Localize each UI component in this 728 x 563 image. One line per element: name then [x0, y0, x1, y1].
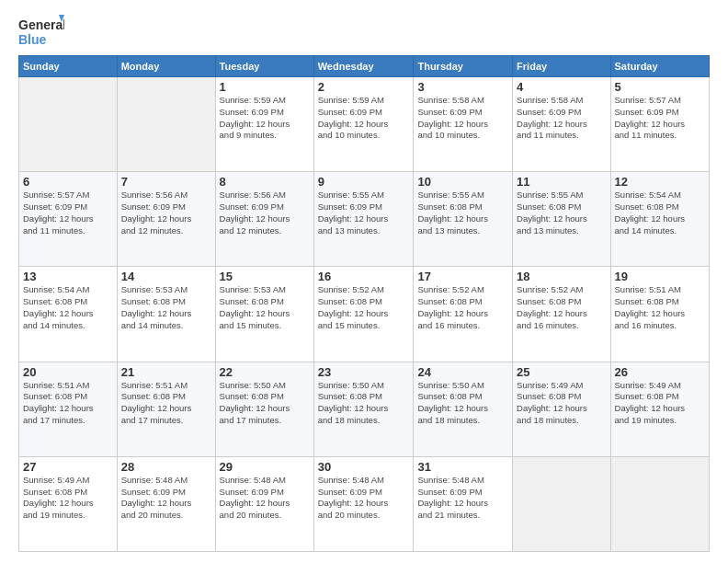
day-info: Sunrise: 5:49 AMSunset: 6:08 PMDaylight:… [517, 380, 606, 427]
day-info: Sunrise: 5:49 AMSunset: 6:08 PMDaylight:… [615, 380, 705, 427]
day-number: 14 [121, 270, 211, 283]
calendar-cell: 19Sunrise: 5:51 AMSunset: 6:08 PMDayligh… [610, 267, 709, 362]
day-info: Sunrise: 5:48 AMSunset: 6:09 PMDaylight:… [417, 475, 508, 522]
day-info: Sunrise: 5:55 AMSunset: 6:08 PMDaylight:… [517, 190, 606, 236]
calendar-cell: 25Sunrise: 5:49 AMSunset: 6:08 PMDayligh… [513, 362, 610, 456]
calendar-cell: 22Sunrise: 5:50 AMSunset: 6:08 PMDayligh… [215, 362, 313, 456]
day-info: Sunrise: 5:56 AMSunset: 6:09 PMDaylight:… [220, 190, 310, 236]
day-info: Sunrise: 5:51 AMSunset: 6:08 PMDaylight:… [615, 284, 705, 331]
svg-text:Blue: Blue [18, 32, 47, 47]
day-info: Sunrise: 5:57 AMSunset: 6:09 PMDaylight:… [23, 190, 113, 236]
calendar-cell [610, 456, 709, 551]
weekday-header-wednesday: Wednesday [313, 56, 414, 77]
day-info: Sunrise: 5:54 AMSunset: 6:08 PMDaylight:… [615, 190, 705, 236]
day-number: 3 [417, 80, 508, 94]
day-info: Sunrise: 5:51 AMSunset: 6:08 PMDaylight:… [121, 380, 211, 427]
day-number: 11 [517, 175, 606, 189]
weekday-header-row: SundayMondayTuesdayWednesdayThursdayFrid… [19, 56, 710, 77]
day-number: 21 [121, 365, 211, 379]
logo-svg: General Blue [18, 15, 64, 48]
calendar-cell: 12Sunrise: 5:54 AMSunset: 6:08 PMDayligh… [610, 172, 709, 267]
calendar-cell: 24Sunrise: 5:50 AMSunset: 6:08 PMDayligh… [414, 362, 513, 456]
day-info: Sunrise: 5:53 AMSunset: 6:08 PMDaylight:… [220, 284, 310, 331]
day-number: 30 [318, 460, 410, 474]
calendar-cell: 6Sunrise: 5:57 AMSunset: 6:09 PMDaylight… [19, 172, 118, 267]
day-number: 6 [23, 175, 113, 189]
calendar-week-5: 27Sunrise: 5:49 AMSunset: 6:08 PMDayligh… [19, 456, 710, 551]
day-number: 4 [517, 80, 606, 94]
calendar-cell: 10Sunrise: 5:55 AMSunset: 6:08 PMDayligh… [414, 172, 513, 267]
day-number: 9 [318, 175, 410, 189]
day-number: 5 [615, 80, 705, 94]
calendar-cell: 27Sunrise: 5:49 AMSunset: 6:08 PMDayligh… [19, 456, 118, 551]
calendar-cell: 16Sunrise: 5:52 AMSunset: 6:08 PMDayligh… [313, 267, 414, 362]
calendar-cell: 11Sunrise: 5:55 AMSunset: 6:08 PMDayligh… [513, 172, 610, 267]
day-info: Sunrise: 5:51 AMSunset: 6:08 PMDaylight:… [23, 380, 113, 427]
calendar-cell: 15Sunrise: 5:53 AMSunset: 6:08 PMDayligh… [215, 267, 313, 362]
calendar-cell: 21Sunrise: 5:51 AMSunset: 6:08 PMDayligh… [117, 362, 215, 456]
day-number: 8 [220, 175, 310, 189]
calendar-cell: 2Sunrise: 5:59 AMSunset: 6:09 PMDaylight… [313, 77, 414, 172]
day-info: Sunrise: 5:50 AMSunset: 6:08 PMDaylight:… [417, 380, 508, 427]
day-info: Sunrise: 5:55 AMSunset: 6:08 PMDaylight:… [417, 190, 508, 236]
day-info: Sunrise: 5:59 AMSunset: 6:09 PMDaylight:… [318, 95, 410, 142]
logo: General Blue [18, 15, 64, 48]
day-info: Sunrise: 5:49 AMSunset: 6:08 PMDaylight:… [23, 475, 113, 522]
day-number: 7 [121, 175, 211, 189]
calendar-cell: 18Sunrise: 5:52 AMSunset: 6:08 PMDayligh… [513, 267, 610, 362]
calendar-cell: 4Sunrise: 5:58 AMSunset: 6:09 PMDaylight… [513, 77, 610, 172]
day-info: Sunrise: 5:48 AMSunset: 6:09 PMDaylight:… [220, 475, 310, 522]
calendar-week-1: 1Sunrise: 5:59 AMSunset: 6:09 PMDaylight… [19, 77, 710, 172]
calendar-cell [117, 77, 215, 172]
calendar-cell: 20Sunrise: 5:51 AMSunset: 6:08 PMDayligh… [19, 362, 118, 456]
calendar-cell: 1Sunrise: 5:59 AMSunset: 6:09 PMDaylight… [215, 77, 313, 172]
weekday-header-monday: Monday [117, 56, 215, 77]
day-info: Sunrise: 5:53 AMSunset: 6:08 PMDaylight:… [121, 284, 211, 331]
calendar-cell: 17Sunrise: 5:52 AMSunset: 6:08 PMDayligh… [414, 267, 513, 362]
calendar-cell: 31Sunrise: 5:48 AMSunset: 6:09 PMDayligh… [414, 456, 513, 551]
day-number: 22 [220, 365, 310, 379]
day-number: 24 [417, 365, 508, 379]
day-info: Sunrise: 5:52 AMSunset: 6:08 PMDaylight:… [517, 284, 606, 331]
day-number: 31 [417, 460, 508, 474]
day-number: 25 [517, 365, 606, 379]
day-info: Sunrise: 5:55 AMSunset: 6:09 PMDaylight:… [318, 190, 410, 236]
header: General Blue [18, 15, 710, 48]
weekday-header-thursday: Thursday [414, 56, 513, 77]
day-number: 12 [615, 175, 705, 189]
day-info: Sunrise: 5:58 AMSunset: 6:09 PMDaylight:… [417, 95, 508, 142]
day-number: 23 [318, 365, 410, 379]
svg-text:General: General [18, 17, 64, 32]
calendar-cell [513, 456, 610, 551]
calendar-cell: 13Sunrise: 5:54 AMSunset: 6:08 PMDayligh… [19, 267, 118, 362]
calendar-cell: 8Sunrise: 5:56 AMSunset: 6:09 PMDaylight… [215, 172, 313, 267]
calendar-table: SundayMondayTuesdayWednesdayThursdayFrid… [18, 55, 710, 552]
calendar-cell: 9Sunrise: 5:55 AMSunset: 6:09 PMDaylight… [313, 172, 414, 267]
calendar-cell: 29Sunrise: 5:48 AMSunset: 6:09 PMDayligh… [215, 456, 313, 551]
calendar-week-2: 6Sunrise: 5:57 AMSunset: 6:09 PMDaylight… [19, 172, 710, 267]
weekday-header-friday: Friday [513, 56, 610, 77]
calendar-week-4: 20Sunrise: 5:51 AMSunset: 6:08 PMDayligh… [19, 362, 710, 456]
weekday-header-saturday: Saturday [610, 56, 709, 77]
weekday-header-sunday: Sunday [19, 56, 118, 77]
calendar-cell: 14Sunrise: 5:53 AMSunset: 6:08 PMDayligh… [117, 267, 215, 362]
calendar-cell: 23Sunrise: 5:50 AMSunset: 6:08 PMDayligh… [313, 362, 414, 456]
day-number: 1 [220, 80, 310, 94]
calendar-week-3: 13Sunrise: 5:54 AMSunset: 6:08 PMDayligh… [19, 267, 710, 362]
calendar-cell: 30Sunrise: 5:48 AMSunset: 6:09 PMDayligh… [313, 456, 414, 551]
day-number: 2 [318, 80, 410, 94]
day-number: 28 [121, 460, 211, 474]
calendar-cell: 3Sunrise: 5:58 AMSunset: 6:09 PMDaylight… [414, 77, 513, 172]
day-number: 17 [417, 270, 508, 283]
calendar-cell: 26Sunrise: 5:49 AMSunset: 6:08 PMDayligh… [610, 362, 709, 456]
day-info: Sunrise: 5:54 AMSunset: 6:08 PMDaylight:… [23, 284, 113, 331]
day-info: Sunrise: 5:56 AMSunset: 6:09 PMDaylight:… [121, 190, 211, 236]
calendar-cell: 28Sunrise: 5:48 AMSunset: 6:09 PMDayligh… [117, 456, 215, 551]
day-info: Sunrise: 5:50 AMSunset: 6:08 PMDaylight:… [220, 380, 310, 427]
day-info: Sunrise: 5:58 AMSunset: 6:09 PMDaylight:… [517, 95, 606, 142]
day-number: 13 [23, 270, 113, 283]
day-number: 26 [615, 365, 705, 379]
day-number: 15 [220, 270, 310, 283]
day-number: 18 [517, 270, 606, 283]
day-info: Sunrise: 5:48 AMSunset: 6:09 PMDaylight:… [121, 475, 211, 522]
